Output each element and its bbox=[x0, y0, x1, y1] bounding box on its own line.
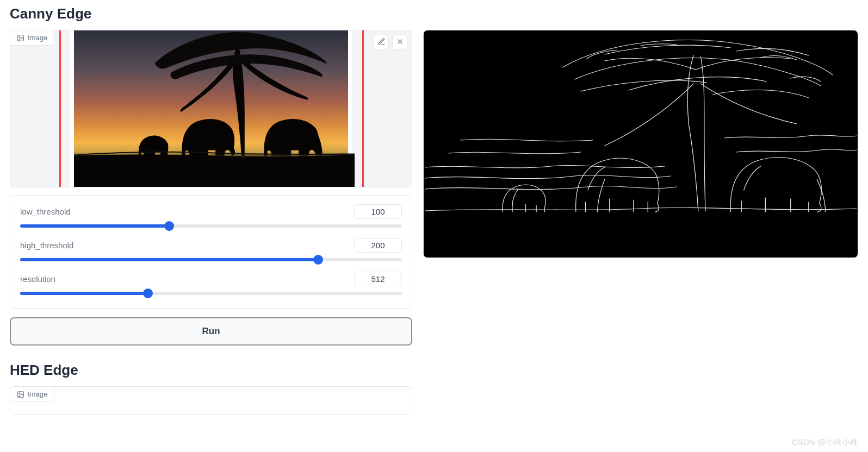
edit-image-button[interactable] bbox=[374, 35, 389, 50]
image-icon bbox=[17, 391, 24, 398]
canny-output-image bbox=[425, 32, 857, 256]
slider-label: resolution bbox=[20, 274, 55, 284]
image-label-text: Image bbox=[28, 390, 47, 398]
run-button[interactable]: Run bbox=[10, 317, 412, 346]
image-label-tab: Image bbox=[10, 387, 54, 402]
slider-track[interactable] bbox=[20, 224, 402, 228]
slider-high-threshold: high_threshold 200 bbox=[20, 233, 402, 267]
canny-left-column: Image bbox=[10, 30, 412, 346]
canny-heading: Canny Edge bbox=[10, 5, 858, 22]
clear-image-button[interactable] bbox=[392, 35, 407, 50]
image-label-text: Image bbox=[28, 34, 47, 42]
slider-value[interactable]: 512 bbox=[354, 272, 402, 286]
slider-value[interactable]: 200 bbox=[354, 238, 402, 253]
slider-thumb[interactable] bbox=[313, 255, 323, 265]
slider-track[interactable] bbox=[20, 258, 402, 261]
slider-resolution: resolution 512 bbox=[20, 267, 402, 300]
pencil-icon bbox=[377, 37, 386, 48]
sliders-panel: low_threshold 100 high_threshold 200 bbox=[10, 195, 412, 309]
canny-input-image-panel[interactable]: Image bbox=[10, 30, 412, 187]
hed-columns: Image bbox=[10, 386, 858, 415]
slider-value[interactable]: 100 bbox=[354, 204, 402, 219]
image-upload-controls bbox=[374, 35, 407, 50]
canny-right-column bbox=[423, 30, 858, 258]
image-label-tab: Image bbox=[10, 30, 54, 46]
canny-output-panel[interactable] bbox=[423, 30, 858, 258]
slider-thumb[interactable] bbox=[143, 288, 153, 298]
image-icon bbox=[17, 34, 24, 42]
hed-heading: HED Edge bbox=[10, 362, 858, 379]
slider-label: low_threshold bbox=[20, 207, 71, 216]
svg-point-1 bbox=[19, 36, 20, 37]
slider-thumb[interactable] bbox=[164, 221, 174, 231]
slider-low-threshold: low_threshold 100 bbox=[20, 200, 402, 233]
svg-rect-2 bbox=[425, 32, 857, 256]
slider-label: high_threshold bbox=[20, 241, 73, 250]
slider-track[interactable] bbox=[20, 292, 402, 295]
svg-point-4 bbox=[19, 393, 20, 394]
close-icon bbox=[396, 37, 404, 48]
input-image bbox=[70, 30, 352, 187]
canny-columns: Image bbox=[10, 30, 858, 346]
hed-input-image-panel[interactable]: Image bbox=[10, 386, 412, 415]
